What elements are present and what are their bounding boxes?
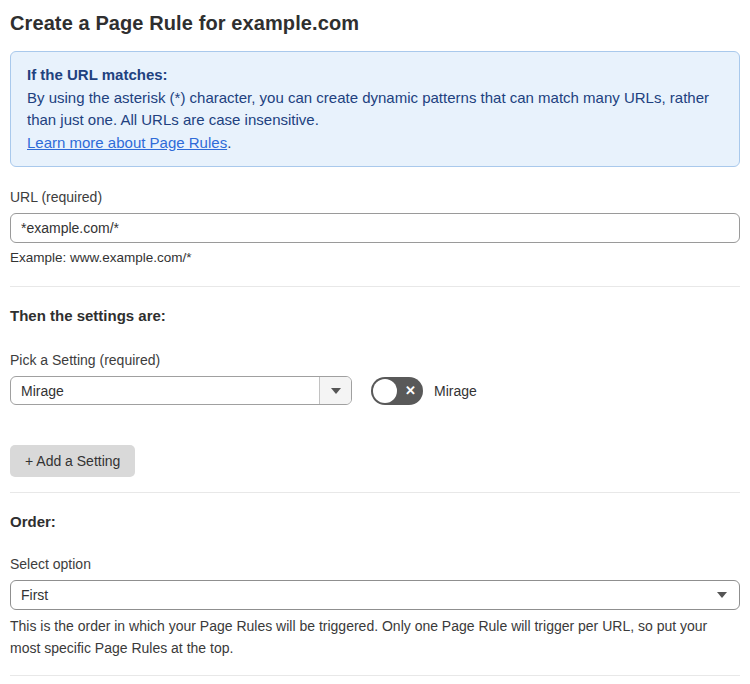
page-title: Create a Page Rule for example.com [10, 12, 740, 35]
info-box-body: By using the asterisk (*) character, you… [27, 87, 723, 132]
x-icon: ✕ [405, 384, 416, 397]
setting-dropdown-button[interactable] [319, 377, 351, 404]
info-box-link-line: Learn more about Page Rules. [27, 132, 723, 155]
info-box-heading: If the URL matches: [27, 64, 723, 87]
footer-divider [10, 675, 740, 676]
order-section-heading: Order: [10, 513, 740, 530]
setting-dropdown[interactable]: Mirage [10, 376, 352, 405]
add-setting-button[interactable]: + Add a Setting [10, 445, 135, 477]
add-setting-row: + Add a Setting [10, 445, 740, 477]
chevron-down-icon [717, 592, 727, 598]
order-select[interactable]: First [10, 580, 740, 610]
url-match-info-box: If the URL matches: By using the asteris… [10, 51, 740, 167]
section-divider [10, 492, 740, 493]
url-input[interactable] [10, 213, 740, 243]
toggle-label: Mirage [434, 383, 477, 399]
create-page-rule-dialog: Create a Page Rule for example.com If th… [0, 0, 750, 684]
setting-dropdown-value: Mirage [11, 377, 319, 404]
select-option-label: Select option [10, 556, 740, 572]
settings-section-heading: Then the settings are: [10, 307, 740, 324]
pick-setting-label: Pick a Setting (required) [10, 352, 740, 368]
setting-row: Mirage ✕ Mirage [10, 376, 740, 405]
url-field-label: URL (required) [10, 189, 740, 205]
chevron-down-icon [331, 388, 341, 394]
learn-more-link[interactable]: Learn more about Page Rules [27, 134, 227, 151]
section-divider [10, 286, 740, 287]
order-select-value: First [21, 587, 48, 603]
toggle-knob [373, 379, 397, 403]
mirage-toggle[interactable]: ✕ [371, 377, 423, 405]
link-suffix: . [227, 134, 231, 151]
url-example-helper: Example: www.example.com/* [10, 250, 740, 265]
order-helper-text: This is the order in which your Page Rul… [10, 616, 740, 659]
